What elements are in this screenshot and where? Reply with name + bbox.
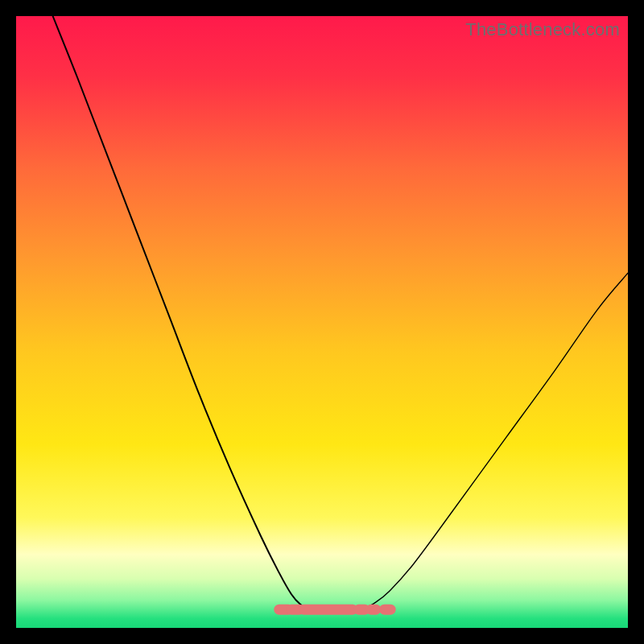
chart-frame: TheBottleneck.com bbox=[16, 16, 628, 628]
plot-area: TheBottleneck.com bbox=[16, 16, 628, 628]
curve-left-curve bbox=[53, 16, 307, 608]
chart-curves bbox=[16, 16, 628, 628]
curve-right-curve bbox=[365, 273, 628, 608]
